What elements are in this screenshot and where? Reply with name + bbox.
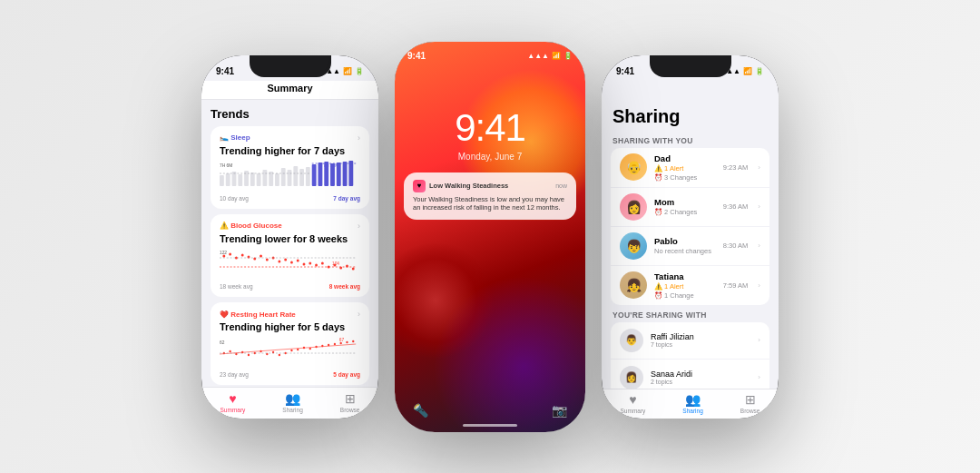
- sharing-tab-label: Sharing: [282, 407, 302, 413]
- sleep-description: Trending higher for 7 days: [220, 144, 360, 157]
- notification-card[interactable]: ♥ Low Walking Steadiness now Your Walkin…: [404, 172, 576, 221]
- sharing-browse-icon: ⊞: [745, 392, 756, 407]
- sharing-with-you-title: Sharing With You: [612, 136, 769, 145]
- svg-point-47: [352, 268, 355, 271]
- sharing-with-you-list: 👴 Dad ⚠️ 1 Alert ⏰ 3 Changes 9:23 AM ›: [611, 148, 769, 305]
- contact-pablo[interactable]: 👦 Pablo No recent changes 8:30 AM ›: [611, 227, 769, 266]
- svg-rect-8: [269, 172, 273, 186]
- camera-icon[interactable]: 📷: [552, 403, 567, 418]
- sharing-status-time: 9:41: [616, 66, 634, 76]
- avatar-mom: 👩: [620, 193, 647, 221]
- sharing-tab-browse[interactable]: ⊞ Browse: [740, 392, 760, 414]
- svg-point-71: [340, 342, 342, 344]
- svg-rect-10: [281, 168, 286, 186]
- health-header: Summary: [201, 81, 378, 100]
- svg-text:104: 104: [332, 261, 339, 266]
- svg-rect-16: [318, 163, 323, 186]
- sharing-browse-label: Browse: [740, 408, 760, 414]
- svg-line-74: [220, 344, 356, 354]
- mom-info: Mom ⏰ 2 Changes: [654, 197, 716, 216]
- heart-chart: 62 67: [220, 337, 360, 370]
- sleep-avg-labels: 10 day avg 7 day avg: [220, 195, 360, 202]
- contact-dad[interactable]: 👴 Dad ⚠️ 1 Alert ⏰ 3 Changes 9:23 AM ›: [611, 148, 769, 188]
- sanaa-sub: 2 topics: [651, 379, 748, 385]
- lock-battery-icon: 🔋: [564, 52, 573, 60]
- sharing-summary-icon: ♥: [629, 392, 636, 407]
- svg-rect-7: [262, 170, 267, 186]
- dad-name: Dad: [654, 153, 716, 163]
- pablo-chevron: ›: [758, 241, 760, 250]
- tab-sharing[interactable]: 👥 Sharing: [282, 391, 302, 413]
- pablo-info: Pablo No recent changes: [654, 236, 716, 255]
- sharing-screen: 9:41 ▲▲▲ 📶 🔋 Sharing Sharing With You: [602, 55, 779, 419]
- svg-rect-12: [293, 166, 298, 186]
- pablo-name: Pablo: [654, 236, 716, 246]
- svg-point-41: [315, 264, 318, 267]
- raffi-chevron: ›: [758, 336, 760, 344]
- svg-text:62: 62: [220, 340, 225, 345]
- heart-chevron: ›: [358, 310, 360, 319]
- svg-text:67: 67: [339, 338, 345, 342]
- browse-tab-label: Browse: [340, 407, 360, 413]
- sleep-label: 🛌 Sleep: [220, 133, 250, 142]
- svg-point-63: [290, 350, 292, 351]
- phones-container: 9:41 ▲▲▲ 📶 🔋 Summary Trends: [201, 42, 779, 432]
- svg-rect-11: [288, 170, 292, 186]
- svg-text:122: 122: [220, 251, 227, 255]
- tab-bar-health: ♥ Summary 👥 Sharing ⊞ Browse: [201, 387, 378, 419]
- sharing-wifi-icon: 📶: [743, 67, 752, 75]
- sharing-tab-sharing[interactable]: 👥 Sharing: [682, 392, 702, 414]
- tab-browse[interactable]: ⊞ Browse: [340, 391, 360, 413]
- blood-glucose-card[interactable]: ⚠️ Blood Glucose › Trending lower for 8 …: [211, 214, 369, 297]
- avatar-dad: 👴: [620, 153, 647, 181]
- contact-raffi[interactable]: 👨 Raffi Jilizian 7 topics ›: [611, 322, 769, 360]
- mom-changes: ⏰ 2 Changes: [654, 208, 716, 216]
- flashlight-icon[interactable]: 🔦: [413, 403, 428, 418]
- blood-chevron: ›: [358, 222, 360, 231]
- page-title: Summary: [212, 83, 368, 94]
- contact-mom[interactable]: 👩 Mom ⏰ 2 Changes 9:36 AM ›: [611, 188, 769, 227]
- status-time: 9:41: [216, 66, 234, 76]
- tab-summary[interactable]: ♥ Summary: [220, 391, 246, 413]
- tab-bar-sharing: ♥ Summary 👥 Sharing ⊞ Browse: [602, 389, 779, 419]
- dad-info: Dad ⚠️ 1 Alert ⏰ 3 Changes: [654, 153, 716, 182]
- raffi-name: Raffi Jilizian: [651, 332, 748, 341]
- heart-rate-card[interactable]: ❤️ Resting Heart Rate › Trending higher …: [211, 302, 369, 385]
- browse-tab-icon: ⊞: [345, 391, 356, 406]
- contact-sanaa[interactable]: 👩 Sanaa Aridi 2 topics ›: [611, 360, 769, 389]
- avatar-raffi: 👨: [620, 329, 643, 352]
- svg-point-38: [297, 260, 299, 262]
- svg-rect-9: [275, 173, 279, 186]
- lock-time: 9:41: [395, 106, 585, 150]
- heart-description: Trending higher for 5 days: [220, 320, 360, 333]
- dad-chevron: ›: [758, 163, 760, 172]
- lock-signal-icon: ▲▲▲: [527, 52, 549, 60]
- svg-point-61: [279, 354, 280, 356]
- phone-lock-screen: 9:41 ▲▲▲ 📶 🔋 9:41 Monday, June 7 ♥: [395, 42, 585, 432]
- notif-app-name: Low Walking Steadiness: [429, 182, 508, 190]
- svg-point-70: [334, 343, 336, 345]
- youre-sharing-title: You're Sharing With: [612, 310, 769, 320]
- raffi-info: Raffi Jilizian 7 topics: [651, 332, 748, 348]
- svg-point-37: [290, 261, 293, 264]
- svg-rect-2: [232, 172, 237, 186]
- lock-screen: 9:41 ▲▲▲ 📶 🔋 9:41 Monday, June 7 ♥: [395, 42, 585, 432]
- svg-point-36: [284, 259, 287, 261]
- contact-tatiana[interactable]: 👧 Tatiana ⚠️ 1 Alert ⏰ 1 Change 7:59 AM …: [611, 266, 769, 305]
- svg-rect-4: [244, 171, 249, 186]
- lock-status-icons: ▲▲▲ 📶 🔋: [527, 51, 573, 61]
- home-indicator: [463, 424, 517, 427]
- svg-rect-13: [299, 169, 304, 186]
- health-content: Trends 🛌 Sleep › Trending higher for 7 d…: [201, 100, 378, 387]
- sleep-trend-card[interactable]: 🛌 Sleep › Trending higher for 7 days: [211, 126, 369, 209]
- sharing-tab-summary[interactable]: ♥ Summary: [621, 392, 646, 414]
- mom-chevron: ›: [758, 202, 760, 211]
- dad-time: 9:23 AM: [723, 163, 749, 172]
- pablo-changes: No recent changes: [654, 247, 716, 255]
- tatiana-info: Tatiana ⚠️ 1 Alert ⏰ 1 Change: [654, 271, 716, 300]
- svg-point-32: [260, 255, 262, 258]
- notif-time: now: [555, 182, 567, 189]
- sharing-sharing-label: Sharing: [682, 408, 702, 414]
- tatiana-name: Tatiana: [654, 271, 716, 281]
- sleep-chevron: ›: [358, 133, 360, 143]
